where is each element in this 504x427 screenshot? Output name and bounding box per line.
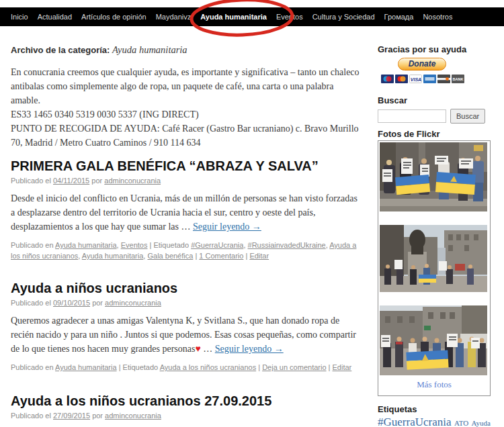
discover-card-icon (437, 75, 450, 83)
post-meta: Publicado en Ayuda humanitaria, Eventos … (11, 240, 361, 261)
by-label: por (91, 177, 102, 185)
category-link[interactable]: Eventos (121, 241, 148, 249)
post-date-link[interactable]: 09/10/2015 (53, 299, 90, 307)
flickr-widget: Fotos de Flickr (378, 129, 495, 396)
separator: | (258, 363, 260, 371)
nav-item[interactable]: Громада (384, 13, 414, 21)
tags-heading: Etiquetas (378, 404, 495, 414)
post-excerpt: Queremos agradecer a unas amigas Valenty… (11, 314, 361, 356)
separator: | (150, 241, 152, 249)
tag-link[interactable]: Gala benéfica (147, 252, 193, 260)
post-pub-line: Publicado el 09/10/2015 por adminconucra… (11, 299, 361, 307)
nav-item[interactable]: Ayuda humanitaria (200, 13, 267, 21)
nav-item[interactable]: Nosotros (423, 13, 452, 21)
post-pub-line: Publicado el 27/09/2015 por adminconucra… (11, 412, 361, 420)
donate-button[interactable]: Donate (398, 58, 446, 70)
tag-link[interactable]: #GuerraUcrania (191, 241, 243, 249)
top-nav-bar: InicioActualidadArtículos de opiniónMayd… (0, 7, 504, 26)
edit-link[interactable]: Editar (249, 252, 269, 260)
payment-cards-row: VISA BANK (381, 75, 495, 83)
tag-cloud-link[interactable]: Ayuda (472, 419, 491, 427)
separator: | (329, 363, 331, 371)
sidebar: Gracias por su ayuda Donate VISA BANK Bu… (378, 44, 495, 427)
visa-card-icon: VISA (409, 75, 422, 83)
nav-item[interactable]: Cultura y Sociedad (312, 13, 375, 21)
by-label: por (92, 412, 103, 420)
post-date-link[interactable]: 04/11/2015 (53, 177, 89, 185)
iban-line: ES33 1465 0340 5319 0030 5337 (ING DIREC… (11, 109, 199, 120)
post-pub-line: Publicado el 04/11/2015 por adminconucra… (11, 177, 361, 185)
tag-link[interactable]: Ayuda a los niños ucranianos (160, 363, 257, 371)
pickup-line: PUNTO DE RECOGIDA DE AYUDA: Café Racer (… (11, 124, 359, 148)
comments-link[interactable]: Deja un comentario (262, 363, 326, 371)
archive-label: Archivo de la categoría: (11, 45, 110, 55)
search-widget: Buscar Buscar (378, 95, 495, 124)
category-link[interactable]: Ayuda humanitaria (55, 241, 117, 249)
more-photos-link[interactable]: Más fotos (380, 379, 489, 390)
tag-link[interactable]: Ayuda humanitaria (82, 252, 144, 260)
search-input[interactable] (378, 109, 446, 123)
read-more-link[interactable]: Seguir leyendo → (215, 344, 284, 354)
tag-cloud-link[interactable]: ATO (454, 419, 468, 427)
post-meta: Publicado en Ayuda humanitaria | Etiquet… (11, 362, 361, 373)
archive-term: Ayuda humanitaria (112, 44, 187, 55)
svg-text:VISA: VISA (411, 77, 421, 82)
flickr-photo-3[interactable] (380, 305, 489, 375)
tag-cloud: #GuerraUcrania ATO Ayuda humanitaria Cri… (378, 416, 493, 427)
read-more-link[interactable]: Seguir leyendo → (193, 222, 261, 232)
category-link[interactable]: Ayuda humanitaria (55, 363, 117, 371)
post-ayuda-ninos-septiembre: Ayuda a los niños ucranianos 27.09.2015 … (11, 393, 361, 420)
by-label: por (92, 299, 103, 307)
nav-item[interactable]: Maydanivz (156, 13, 192, 21)
search-button[interactable]: Buscar (450, 109, 485, 124)
post-gala-benefica: PRIMERA GALA BENÉFICA “ABRAZA Y SALVA” P… (11, 158, 361, 261)
flickr-photo-1[interactable] (380, 142, 489, 211)
content-area: Archivo de la categoría: Ayuda humanitar… (11, 44, 361, 420)
flickr-photo-box: Más fotos (378, 140, 491, 396)
donate-heading: Gracias por su ayuda (378, 44, 495, 54)
post-author-link[interactable]: adminconucrania (105, 412, 161, 420)
nav-item[interactable]: Inicio (11, 13, 28, 21)
post-author-link[interactable]: adminconucrania (104, 177, 161, 185)
nav-item[interactable]: Actualidad (38, 13, 72, 21)
bank-card-icon: BANK (452, 75, 464, 83)
separator: | (119, 363, 121, 371)
post-excerpt: Desde el inicio del conflicto en Ucrania… (11, 191, 361, 234)
tags-widget: Etiquetas #GuerraUcrania ATO Ayuda human… (378, 404, 495, 427)
post-date-link[interactable]: 27/09/2015 (53, 412, 90, 420)
post-author-link[interactable]: adminconucrania (105, 299, 161, 307)
archive-title: Archivo de la categoría: Ayuda humanitar… (11, 44, 361, 56)
flickr-photo-2[interactable] (380, 225, 489, 292)
maestro-card-icon (381, 75, 394, 83)
tag-cloud-link[interactable]: #GuerraUcrania (378, 416, 452, 427)
tag-link[interactable]: #RussiainvadedUkraine (248, 241, 326, 249)
amex-card-icon (423, 75, 436, 83)
flickr-heading: Fotos de Flickr (378, 129, 495, 139)
post-title: PRIMERA GALA BENÉFICA “ABRAZA Y SALVA” (11, 158, 361, 174)
mastercard-card-icon (395, 75, 408, 83)
intro-text: En conucrania creemos que cualquier ayud… (11, 67, 360, 105)
nav-item[interactable]: Artículos de opinión (81, 13, 146, 21)
separator: | (245, 252, 247, 260)
search-heading: Buscar (378, 95, 495, 105)
heart-icon: ♥ (195, 344, 200, 354)
nav-item[interactable]: Eventos (276, 13, 303, 21)
post-title: Ayuda a los niños ucranianos 27.09.2015 (11, 393, 361, 409)
published-label: Publicado el (11, 177, 51, 185)
published-label: Publicado el (11, 299, 51, 307)
separator: | (195, 252, 197, 260)
nav-menu: InicioActualidadArtículos de opiniónMayd… (0, 13, 452, 21)
svg-text:BANK: BANK (453, 77, 464, 81)
category-description: En conucrania creemos que cualquier ayud… (11, 65, 361, 150)
post-ayuda-ninos: Ayuda a niños ucranianos Publicado el 09… (11, 280, 361, 373)
edit-link[interactable]: Editar (333, 363, 352, 371)
published-label: Publicado el (11, 412, 51, 420)
comments-link[interactable]: 1 Comentario (199, 252, 243, 260)
post-title: Ayuda a niños ucranianos (11, 280, 361, 296)
